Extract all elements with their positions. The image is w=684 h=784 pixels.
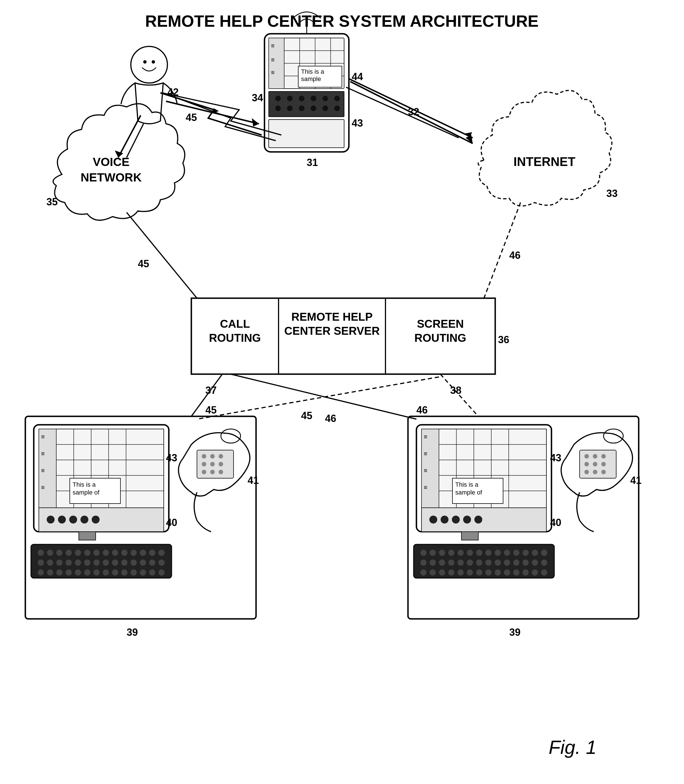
svg-point-212 [495, 569, 501, 576]
svg-point-110 [66, 560, 72, 566]
svg-point-105 [149, 550, 155, 556]
svg-point-89 [81, 516, 88, 524]
svg-text:43: 43 [166, 452, 177, 464]
svg-point-173 [474, 516, 482, 524]
svg-text:≡: ≡ [424, 450, 428, 457]
svg-point-225 [584, 462, 589, 466]
svg-point-114 [103, 560, 109, 566]
svg-point-22 [287, 96, 293, 101]
svg-point-101 [112, 550, 118, 556]
svg-marker-244 [252, 118, 259, 127]
svg-text:41: 41 [248, 474, 259, 486]
svg-text:38: 38 [450, 384, 461, 396]
svg-text:42: 42 [168, 86, 179, 98]
svg-point-184 [495, 550, 501, 556]
svg-point-146 [210, 470, 215, 474]
svg-point-229 [593, 470, 597, 474]
svg-point-217 [541, 569, 547, 576]
svg-point-128 [103, 569, 109, 576]
svg-point-145 [202, 470, 206, 474]
svg-point-196 [476, 560, 482, 566]
svg-text:39: 39 [127, 626, 138, 638]
svg-point-182 [476, 550, 482, 556]
svg-line-243 [166, 101, 259, 124]
svg-point-129 [112, 569, 118, 576]
svg-text:41: 41 [630, 474, 642, 486]
svg-text:VOICE: VOICE [93, 155, 130, 168]
svg-rect-44 [191, 298, 279, 374]
svg-line-247 [350, 82, 473, 144]
svg-line-232 [191, 374, 222, 416]
svg-text:≡: ≡ [41, 433, 45, 440]
svg-point-134 [158, 569, 165, 576]
svg-point-109 [56, 560, 63, 566]
svg-text:NETWORK: NETWORK [81, 171, 142, 184]
svg-point-216 [532, 569, 538, 576]
svg-point-90 [92, 516, 100, 524]
svg-rect-168 [421, 508, 547, 532]
svg-point-131 [131, 569, 137, 576]
svg-point-98 [84, 550, 90, 556]
svg-text:CENTER SERVER: CENTER SERVER [284, 324, 379, 337]
svg-point-205 [430, 569, 436, 576]
svg-point-188 [532, 550, 538, 556]
svg-text:43: 43 [550, 452, 561, 464]
svg-point-119 [149, 560, 155, 566]
svg-rect-221 [580, 450, 616, 478]
svg-point-116 [121, 560, 127, 566]
svg-text:45: 45 [301, 410, 312, 421]
svg-rect-92 [31, 544, 172, 578]
svg-point-93 [38, 550, 44, 556]
svg-point-124 [66, 569, 72, 576]
main-title: REMOTE HELP CENTER SYSTEM ARCHITECTURE [145, 12, 539, 30]
svg-text:INTERNET: INTERNET [513, 155, 575, 168]
svg-text:32: 32 [408, 106, 419, 118]
svg-text:≡: ≡ [41, 467, 45, 474]
svg-text:This is a: This is a [301, 68, 324, 75]
svg-point-189 [541, 550, 547, 556]
svg-rect-165 [452, 478, 503, 503]
diagram-svg: REMOTE HELP CENTER SYSTEM ARCHITECTURE 4… [0, 0, 684, 784]
svg-text:45: 45 [138, 258, 149, 269]
svg-text:43: 43 [352, 117, 363, 129]
svg-text:ROUTING: ROUTING [209, 332, 261, 344]
svg-point-122 [47, 569, 53, 576]
svg-text:31: 31 [307, 157, 318, 168]
svg-point-23 [299, 96, 305, 101]
svg-point-130 [121, 569, 127, 576]
svg-marker-59 [464, 132, 472, 137]
svg-rect-174 [461, 532, 478, 540]
svg-point-21 [275, 96, 281, 101]
svg-point-197 [486, 560, 492, 566]
svg-text:This is a: This is a [73, 481, 96, 488]
svg-point-115 [112, 560, 118, 566]
svg-line-234 [231, 374, 416, 419]
svg-text:39: 39 [509, 626, 521, 638]
svg-line-60 [127, 212, 197, 298]
svg-text:35: 35 [47, 196, 58, 208]
svg-rect-17 [298, 66, 342, 87]
svg-point-123 [56, 569, 63, 576]
svg-point-230 [601, 470, 606, 474]
svg-text:46: 46 [325, 413, 336, 424]
svg-rect-150 [421, 429, 547, 508]
svg-marker-246 [115, 150, 123, 158]
svg-point-227 [601, 462, 606, 466]
svg-text:46: 46 [509, 250, 521, 261]
svg-point-190 [420, 560, 427, 566]
svg-rect-33 [269, 119, 344, 148]
svg-rect-138 [197, 450, 234, 478]
svg-rect-149 [416, 425, 552, 532]
svg-point-141 [219, 454, 223, 458]
svg-point-224 [601, 454, 606, 458]
svg-point-185 [504, 550, 510, 556]
svg-point-140 [210, 454, 215, 458]
svg-point-112 [84, 560, 90, 566]
svg-text:sample: sample [301, 76, 321, 82]
svg-point-26 [334, 96, 340, 101]
diagram-container: REMOTE HELP CENTER SYSTEM ARCHITECTURE 4… [0, 0, 684, 784]
svg-rect-46 [386, 298, 495, 374]
svg-point-226 [593, 462, 597, 466]
svg-rect-4 [265, 34, 349, 152]
svg-point-213 [504, 569, 510, 576]
